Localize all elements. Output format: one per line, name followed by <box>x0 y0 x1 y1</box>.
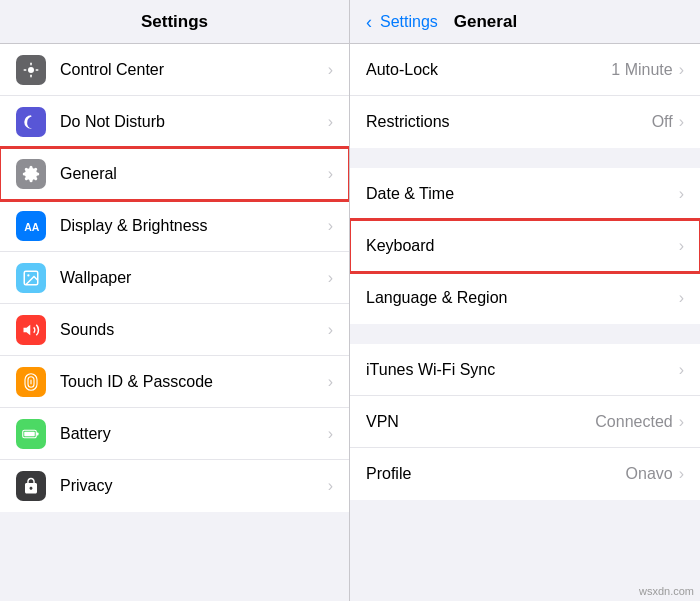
privacy-chevron-icon: › <box>328 477 333 495</box>
svg-rect-1 <box>30 62 32 65</box>
right-header: ‹ Settings General <box>350 0 700 43</box>
svg-rect-2 <box>30 74 32 77</box>
do-not-disturb-chevron-icon: › <box>328 113 333 131</box>
vpn-chevron-icon: › <box>679 413 684 431</box>
do-not-disturb-icon <box>16 107 46 137</box>
touch-id-label: Touch ID & Passcode <box>60 373 328 391</box>
right-group-2: iTunes Wi-Fi Sync›VPNConnected›ProfileOn… <box>350 344 700 500</box>
right-group-0: Auto-Lock1 Minute›RestrictionsOff› <box>350 44 700 148</box>
battery-icon <box>16 419 46 449</box>
keyboard-label: Keyboard <box>366 237 679 255</box>
touch-id-icon <box>16 367 46 397</box>
right-group-1: Date & Time›Keyboard›Language & Region› <box>350 168 700 324</box>
restrictions-label: Restrictions <box>366 113 652 131</box>
restrictions-value: Off <box>652 113 673 131</box>
privacy-label: Privacy <box>60 477 328 495</box>
general-title: General <box>454 12 517 32</box>
auto-lock-value: 1 Minute <box>611 61 672 79</box>
svg-point-8 <box>27 274 29 276</box>
wallpaper-icon <box>16 263 46 293</box>
back-button[interactable]: Settings <box>380 13 438 31</box>
right-item-date-time[interactable]: Date & Time› <box>350 168 700 220</box>
keyboard-chevron-icon: › <box>679 237 684 255</box>
wallpaper-label: Wallpaper <box>60 269 328 287</box>
date-time-label: Date & Time <box>366 185 679 203</box>
settings-item-do-not-disturb[interactable]: Do Not Disturb› <box>0 96 349 148</box>
general-icon <box>16 159 46 189</box>
settings-title: Settings <box>141 12 208 32</box>
vpn-value: Connected <box>595 413 672 431</box>
right-item-language-region[interactable]: Language & Region› <box>350 272 700 324</box>
general-label: General <box>60 165 328 183</box>
sounds-icon <box>16 315 46 345</box>
left-header: Settings <box>0 0 350 43</box>
settings-item-privacy[interactable]: Privacy› <box>0 460 349 512</box>
settings-item-wallpaper[interactable]: Wallpaper› <box>0 252 349 304</box>
svg-marker-9 <box>24 324 31 335</box>
language-region-label: Language & Region <box>366 289 679 307</box>
battery-chevron-icon: › <box>328 425 333 443</box>
right-item-profile[interactable]: ProfileOnavo› <box>350 448 700 500</box>
main-content: Control Center›Do Not Disturb›General›AA… <box>0 44 700 601</box>
right-item-auto-lock[interactable]: Auto-Lock1 Minute› <box>350 44 700 96</box>
svg-text:AA: AA <box>24 220 40 232</box>
display-label: Display & Brightness <box>60 217 328 235</box>
language-region-chevron-icon: › <box>679 289 684 307</box>
display-icon: AA <box>16 211 46 241</box>
itunes-wifi-label: iTunes Wi-Fi Sync <box>366 361 679 379</box>
svg-rect-4 <box>36 69 39 71</box>
sounds-chevron-icon: › <box>328 321 333 339</box>
auto-lock-label: Auto-Lock <box>366 61 611 79</box>
itunes-wifi-chevron-icon: › <box>679 361 684 379</box>
restrictions-chevron-icon: › <box>679 113 684 131</box>
watermark: wsxdn.com <box>639 585 694 597</box>
control-center-chevron-icon: › <box>328 61 333 79</box>
settings-item-touch-id[interactable]: Touch ID & Passcode› <box>0 356 349 408</box>
touch-id-chevron-icon: › <box>328 373 333 391</box>
left-panel: Control Center›Do Not Disturb›General›AA… <box>0 44 350 601</box>
settings-item-display[interactable]: AADisplay & Brightness› <box>0 200 349 252</box>
right-item-itunes-wifi[interactable]: iTunes Wi-Fi Sync› <box>350 344 700 396</box>
profile-value: Onavo <box>626 465 673 483</box>
do-not-disturb-label: Do Not Disturb <box>60 113 328 131</box>
back-chevron-icon: ‹ <box>366 13 372 31</box>
svg-rect-12 <box>36 432 38 435</box>
svg-rect-3 <box>24 69 27 71</box>
auto-lock-chevron-icon: › <box>679 61 684 79</box>
settings-group-left: Control Center›Do Not Disturb›General›AA… <box>0 44 349 512</box>
date-time-chevron-icon: › <box>679 185 684 203</box>
control-center-icon <box>16 55 46 85</box>
svg-point-0 <box>28 67 34 73</box>
display-chevron-icon: › <box>328 217 333 235</box>
settings-item-general[interactable]: General› <box>0 148 349 200</box>
general-chevron-icon: › <box>328 165 333 183</box>
settings-item-control-center[interactable]: Control Center› <box>0 44 349 96</box>
profile-label: Profile <box>366 465 626 483</box>
svg-rect-13 <box>24 431 35 436</box>
right-item-restrictions[interactable]: RestrictionsOff› <box>350 96 700 148</box>
right-item-keyboard[interactable]: Keyboard› <box>350 220 700 272</box>
profile-chevron-icon: › <box>679 465 684 483</box>
vpn-label: VPN <box>366 413 595 431</box>
app-header: Settings ‹ Settings General <box>0 0 700 44</box>
battery-label: Battery <box>60 425 328 443</box>
control-center-label: Control Center <box>60 61 328 79</box>
wallpaper-chevron-icon: › <box>328 269 333 287</box>
privacy-icon <box>16 471 46 501</box>
right-item-vpn[interactable]: VPNConnected› <box>350 396 700 448</box>
settings-item-battery[interactable]: Battery› <box>0 408 349 460</box>
sounds-label: Sounds <box>60 321 328 339</box>
right-panel: Auto-Lock1 Minute›RestrictionsOff›Date &… <box>350 44 700 601</box>
settings-item-sounds[interactable]: Sounds› <box>0 304 349 356</box>
